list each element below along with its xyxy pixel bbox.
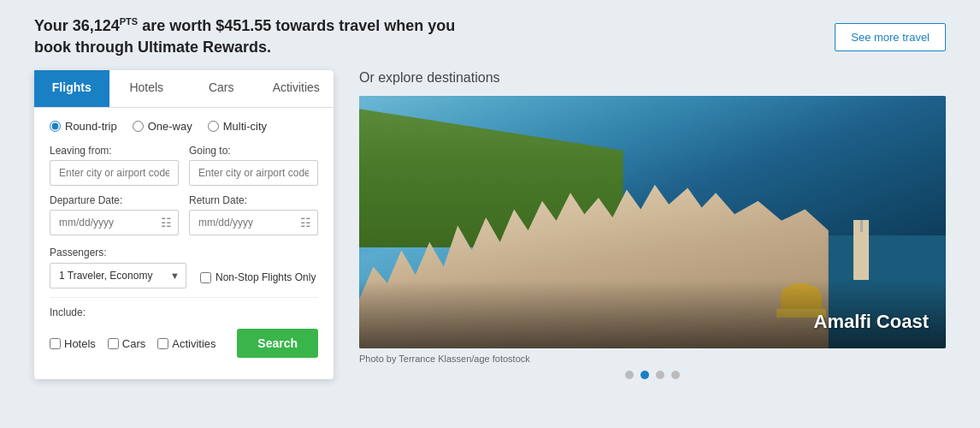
nonstop-option[interactable]: Non-Stop Flights Only xyxy=(200,271,316,283)
from-to-row: Leaving from: Going to: xyxy=(50,145,318,186)
bottom-row: Hotels Cars Activities Search xyxy=(50,329,318,358)
return-date-label: Return Date: xyxy=(189,194,318,206)
departure-date-input[interactable] xyxy=(50,210,179,235)
round-trip-option[interactable]: Round-trip xyxy=(50,120,117,133)
leaving-from-input[interactable] xyxy=(50,160,179,186)
trip-type-selector: Round-trip One-way Multi-city xyxy=(50,120,318,133)
include-cars-checkbox[interactable] xyxy=(108,338,119,349)
round-trip-label: Round-trip xyxy=(65,120,117,133)
destinations-title: Or explore destinations xyxy=(359,70,946,86)
leaving-from-group: Leaving from: xyxy=(50,145,179,186)
see-more-travel-button[interactable]: See more travel xyxy=(835,23,946,51)
leaving-from-label: Leaving from: xyxy=(50,145,179,157)
going-to-input[interactable] xyxy=(189,160,318,186)
include-cars-label: Cars xyxy=(122,337,145,350)
carousel-dots xyxy=(359,371,946,379)
passengers-select[interactable]: 1 Traveler, Economy 2 Travelers, Economy… xyxy=(50,263,186,288)
search-widget: Flights Hotels Cars Activities Round-tri… xyxy=(34,70,334,379)
departure-date-label: Departure Date: xyxy=(50,194,179,206)
one-way-radio[interactable] xyxy=(133,121,144,132)
round-trip-radio[interactable] xyxy=(50,121,61,132)
include-hotels-checkbox[interactable] xyxy=(50,338,61,349)
church-tower xyxy=(853,220,869,280)
main-content: Flights Hotels Cars Activities Round-tri… xyxy=(0,70,980,379)
include-cars-option[interactable]: Cars xyxy=(108,337,145,350)
passengers-row: Passengers: 1 Traveler, Economy 2 Travel… xyxy=(50,244,318,288)
coast-label: Amalfi Coast xyxy=(814,311,929,333)
destinations-image-container[interactable]: Amalfi Coast xyxy=(359,96,946,348)
return-date-group: Return Date: ☷ xyxy=(189,194,318,235)
include-options: Hotels Cars Activities xyxy=(50,337,216,350)
carousel-dot-3[interactable] xyxy=(656,371,664,379)
multi-city-label: Multi-city xyxy=(223,120,267,133)
tower-cross xyxy=(860,220,863,232)
include-hotels-label: Hotels xyxy=(64,337,96,350)
multi-city-radio[interactable] xyxy=(208,121,219,132)
going-to-label: Going to: xyxy=(189,145,318,157)
one-way-option[interactable]: One-way xyxy=(133,120,192,133)
tab-flights[interactable]: Flights xyxy=(34,70,109,107)
dates-row: Departure Date: ☷ Return Date: ☷ xyxy=(50,194,318,235)
tab-bar: Flights Hotels Cars Activities xyxy=(34,70,334,108)
include-hotels-option[interactable]: Hotels xyxy=(50,337,96,350)
carousel-dot-4[interactable] xyxy=(671,371,680,379)
going-to-group: Going to: xyxy=(189,145,318,186)
include-activities-option[interactable]: Activities xyxy=(157,337,215,350)
pts-label: PTS xyxy=(120,16,138,27)
include-row: Include: Hotels Cars Activit xyxy=(50,297,318,358)
tab-activities[interactable]: Activities xyxy=(259,70,334,107)
return-date-input[interactable] xyxy=(189,210,318,235)
carousel-dot-1[interactable] xyxy=(625,371,634,379)
search-button[interactable]: Search xyxy=(237,329,318,358)
passengers-select-wrapper: 1 Traveler, Economy 2 Travelers, Economy… xyxy=(50,263,186,288)
include-label: Include: xyxy=(50,306,318,318)
include-activities-label: Activities xyxy=(172,337,215,350)
destinations-image: Amalfi Coast xyxy=(359,96,946,348)
destinations-section: Or explore destinations xyxy=(359,70,946,379)
include-activities-checkbox[interactable] xyxy=(157,338,168,349)
points-value: 36,124 xyxy=(73,17,120,34)
tab-cars[interactable]: Cars xyxy=(184,70,259,107)
photo-credit: Photo by Terrance Klassen/age fotostock xyxy=(359,354,946,364)
multi-city-option[interactable]: Multi-city xyxy=(208,120,267,133)
departure-date-group: Departure Date: ☷ xyxy=(50,194,179,235)
form-body: Round-trip One-way Multi-city Leaving fr… xyxy=(34,108,334,358)
nonstop-checkbox[interactable] xyxy=(200,272,211,283)
passengers-label: Passengers: xyxy=(50,247,107,259)
tab-hotels[interactable]: Hotels xyxy=(109,70,185,107)
departure-date-wrapper: ☷ xyxy=(50,210,179,235)
header-banner: Your 36,124PTS are worth $451.55 towards… xyxy=(0,0,980,70)
nonstop-label: Non-Stop Flights Only xyxy=(215,271,316,283)
return-date-wrapper: ☷ xyxy=(189,210,318,235)
carousel-dot-2[interactable] xyxy=(641,371,649,379)
one-way-label: One-way xyxy=(148,120,192,133)
banner-text: Your 36,124PTS are worth $451.55 towards… xyxy=(34,15,479,58)
